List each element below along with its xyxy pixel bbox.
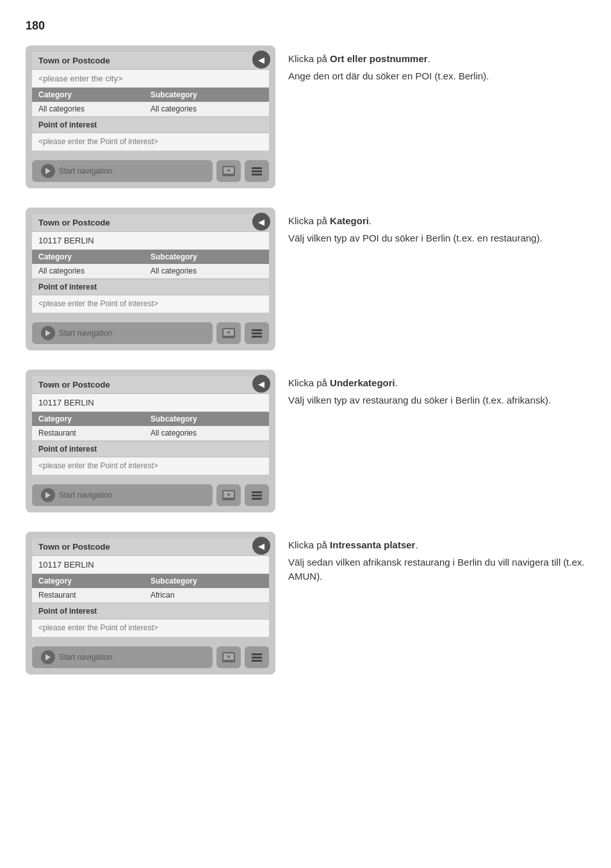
subcategory-value-1: All categories [151,104,263,113]
svg-marker-21 [45,654,51,660]
col-category-header-2: Category [38,252,151,261]
back-button-1[interactable]: ◀ [252,51,270,69]
page-number: 180 [26,19,585,33]
description-4: Klicka på Intressanta platser. Välj seda… [288,532,585,584]
description-3: Klicka på Underkategori. Välj vilken typ… [288,370,585,407]
table-row-3[interactable]: Restaurant All categories [32,426,269,441]
map-icon-btn-2[interactable] [216,322,241,344]
svg-rect-11 [252,329,262,331]
subcategory-value-2: All categories [151,266,263,275]
poi-label-1: Point of interest [32,117,269,133]
footer-1: Start navigation [32,160,269,182]
start-nav-label-3: Start navigation [59,491,112,500]
menu-icon-btn-2[interactable] [245,322,269,344]
category-value-2: All categories [38,266,151,275]
town-label-1: Town or Postcode [32,52,269,70]
menu-icon-btn-3[interactable] [245,484,269,506]
table-header-3: Category Subcategory [32,412,269,426]
description-body-3: Välj vilken typ av restaurang du söker i… [288,393,585,408]
category-value-1: All categories [38,104,151,113]
menu-icon-btn-1[interactable] [245,160,269,182]
spacer-1 [32,151,269,155]
svg-rect-27 [252,660,262,662]
device-3: ◀ Town or Postcode 10117 BERLIN Category… [26,370,275,512]
click-bold-1: Ort eller postnummer [330,53,428,64]
category-value-3: Restaurant [38,429,151,438]
device-2: ◀ Town or Postcode 10117 BERLIN Category… [26,208,275,350]
section-3: ◀ Town or Postcode 10117 BERLIN Category… [26,370,585,512]
poi-input-1[interactable]: <please enter the Point of interest> [32,133,269,151]
svg-rect-4 [252,167,262,169]
town-label-2: Town or Postcode [32,214,269,232]
town-input-3[interactable]: 10117 BERLIN [32,394,269,412]
screen-3: Town or Postcode 10117 BERLIN Category S… [32,376,269,479]
start-nav-btn-1[interactable]: Start navigation [32,160,213,182]
svg-rect-12 [252,332,262,334]
footer-2: Start navigation [32,322,269,344]
section-2: ◀ Town or Postcode 10117 BERLIN Category… [26,208,585,350]
map-icon-btn-4[interactable] [216,646,241,668]
click-punct-2: . [369,215,371,226]
svg-rect-25 [252,653,262,655]
click-bold-4: Intressanta platser [330,539,415,550]
col-subcategory-header-3: Subcategory [151,414,263,423]
description-body-1: Ange den ort där du söker en POI (t.ex. … [288,69,585,84]
nav-icon-2 [41,326,55,340]
svg-point-10 [227,331,230,334]
table-row-4[interactable]: Restaurant African [32,588,269,603]
table-header-1: Category Subcategory [32,88,269,102]
town-input-4[interactable]: 10117 BERLIN [32,556,269,574]
town-input-2[interactable]: 10117 BERLIN [32,232,269,250]
svg-rect-18 [252,491,262,493]
section-1: ◀ Town or Postcode <please enter the cit… [26,45,585,188]
col-subcategory-header-1: Subcategory [151,90,263,99]
subcategory-value-3: All categories [151,429,263,438]
svg-marker-14 [45,492,51,498]
start-nav-label-2: Start navigation [59,329,112,338]
description-body-4: Välj sedan vilken afrikansk restaurang i… [288,555,585,584]
start-nav-label-4: Start navigation [59,653,112,662]
click-label-1: Klicka på Ort eller postnummer. [288,52,585,67]
click-text-1: Klicka på [288,53,330,64]
town-input-1[interactable]: <please enter the city> [32,70,269,88]
back-button-3[interactable]: ◀ [252,375,270,393]
poi-label-3: Point of interest [32,441,269,457]
map-icon-btn-1[interactable] [216,160,241,182]
col-category-header-3: Category [38,414,151,423]
spacer-4 [32,637,269,641]
poi-input-4[interactable]: <please enter the Point of interest> [32,619,269,637]
svg-rect-6 [252,174,262,176]
start-nav-btn-4[interactable]: Start navigation [32,646,213,668]
screen-2: Town or Postcode 10117 BERLIN Category S… [32,214,269,317]
svg-marker-0 [45,168,51,174]
spacer-3 [32,475,269,479]
menu-icon-btn-4[interactable] [245,646,269,668]
click-punct-1: . [428,53,430,64]
table-row-1[interactable]: All categories All categories [32,102,269,117]
description-1: Klicka på Ort eller postnummer. Ange den… [288,45,585,83]
poi-input-2[interactable]: <please enter the Point of interest> [32,295,269,313]
back-button-4[interactable]: ◀ [252,537,270,555]
svg-point-3 [227,169,230,172]
subcategory-value-4: African [151,591,263,600]
start-nav-btn-3[interactable]: Start navigation [32,484,213,506]
spacer-2 [32,313,269,317]
back-button-2[interactable]: ◀ [252,213,270,231]
table-row-2[interactable]: All categories All categories [32,264,269,279]
town-label-3: Town or Postcode [32,376,269,394]
poi-input-3[interactable]: <please enter the Point of interest> [32,457,269,475]
poi-label-4: Point of interest [32,603,269,619]
start-nav-btn-2[interactable]: Start navigation [32,322,213,344]
table-header-2: Category Subcategory [32,250,269,264]
map-icon-btn-3[interactable] [216,484,241,506]
click-bold-3: Underkategori [330,377,395,388]
svg-point-24 [227,655,230,658]
svg-marker-7 [45,330,51,336]
svg-point-17 [227,493,230,496]
svg-rect-19 [252,495,262,496]
col-category-header-4: Category [38,577,151,585]
click-label-3: Klicka på Underkategori. [288,376,585,391]
device-1: ◀ Town or Postcode <please enter the cit… [26,45,275,188]
click-text-2: Klicka på [288,215,330,226]
nav-icon-4 [41,650,55,664]
